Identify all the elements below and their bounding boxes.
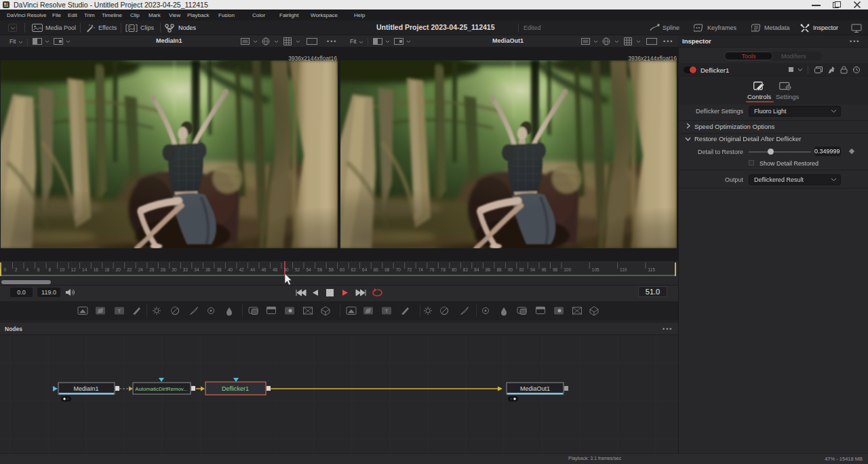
svg-text:78: 78 bbox=[441, 267, 446, 272]
svg-text:110: 110 bbox=[620, 267, 627, 272]
svg-text:46: 46 bbox=[262, 267, 267, 272]
svg-text:66: 66 bbox=[374, 267, 379, 272]
svg-text:6: 6 bbox=[37, 267, 40, 272]
svg-text:96: 96 bbox=[542, 267, 547, 272]
svg-text:8: 8 bbox=[49, 267, 52, 272]
svg-text:AutomaticDirtRemov...: AutomaticDirtRemov... bbox=[135, 386, 187, 392]
svg-text:18: 18 bbox=[104, 267, 110, 272]
svg-text:60: 60 bbox=[340, 267, 345, 272]
svg-text:74: 74 bbox=[418, 267, 424, 272]
svg-text:58: 58 bbox=[329, 267, 334, 272]
svg-text:98: 98 bbox=[553, 267, 558, 272]
svg-text:36: 36 bbox=[205, 267, 211, 272]
svg-text:48: 48 bbox=[273, 267, 278, 272]
svg-text:32: 32 bbox=[183, 267, 189, 272]
svg-text:70: 70 bbox=[396, 267, 401, 272]
svg-text:20: 20 bbox=[116, 267, 121, 272]
svg-text:62: 62 bbox=[351, 267, 357, 272]
svg-text:38: 38 bbox=[216, 267, 222, 272]
svg-text:80: 80 bbox=[452, 267, 457, 272]
svg-text:MediaOut1: MediaOut1 bbox=[520, 385, 550, 392]
svg-text:50: 50 bbox=[284, 267, 290, 272]
svg-text:56: 56 bbox=[317, 267, 323, 272]
svg-text:72: 72 bbox=[407, 267, 412, 272]
svg-text:52: 52 bbox=[295, 267, 300, 272]
svg-text:54: 54 bbox=[307, 267, 312, 272]
svg-text:86: 86 bbox=[486, 267, 491, 272]
svg-text:T: T bbox=[118, 308, 121, 314]
svg-text:82: 82 bbox=[463, 267, 469, 272]
svg-text:34: 34 bbox=[194, 267, 199, 272]
svg-text:16: 16 bbox=[94, 267, 99, 272]
svg-text:90: 90 bbox=[508, 267, 513, 272]
svg-text:115: 115 bbox=[648, 267, 655, 272]
svg-text:100: 100 bbox=[564, 267, 572, 272]
svg-text:40: 40 bbox=[228, 267, 233, 272]
svg-text:94: 94 bbox=[530, 267, 536, 272]
svg-text:26: 26 bbox=[149, 267, 155, 272]
svg-text:28: 28 bbox=[161, 267, 166, 272]
svg-text:14: 14 bbox=[82, 267, 87, 272]
svg-text:92: 92 bbox=[519, 267, 524, 272]
svg-text:10: 10 bbox=[60, 267, 65, 272]
svg-text:76: 76 bbox=[429, 267, 435, 272]
svg-text:12: 12 bbox=[71, 267, 77, 272]
svg-text:24: 24 bbox=[138, 267, 144, 272]
svg-text:22: 22 bbox=[127, 267, 132, 272]
svg-text:44: 44 bbox=[250, 267, 256, 272]
svg-text:68: 68 bbox=[384, 267, 390, 272]
svg-text:42: 42 bbox=[239, 267, 244, 272]
svg-text:88: 88 bbox=[496, 267, 502, 272]
svg-text:30: 30 bbox=[172, 267, 177, 272]
svg-text:0: 0 bbox=[4, 267, 7, 272]
svg-text:Deflicker1: Deflicker1 bbox=[222, 385, 249, 392]
svg-text:84: 84 bbox=[474, 267, 479, 272]
svg-text:MediaIn1: MediaIn1 bbox=[73, 385, 98, 392]
svg-text:T: T bbox=[385, 308, 389, 314]
svg-text:4: 4 bbox=[26, 267, 29, 272]
svg-text:64: 64 bbox=[362, 267, 368, 272]
svg-text:2: 2 bbox=[15, 267, 18, 272]
svg-text:105: 105 bbox=[592, 267, 599, 272]
